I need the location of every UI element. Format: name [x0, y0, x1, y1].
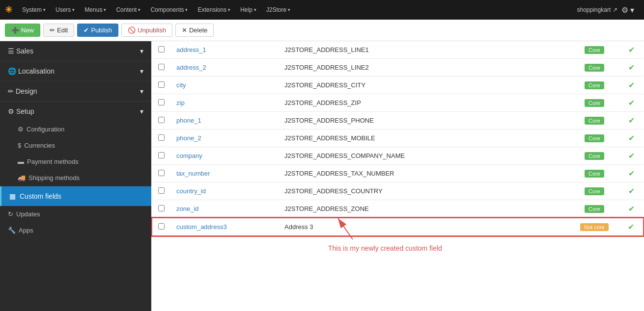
field-lang-cell: J2STORE_ADDRESS_CITY: [279, 77, 570, 94]
row-checkbox-cell[interactable]: [152, 218, 170, 236]
globe-icon: 🌐: [8, 67, 16, 75]
row-checkbox-cell[interactable]: [152, 182, 170, 200]
arrow-wrapper: This is my newly created custom field: [181, 240, 442, 252]
row-checkbox[interactable]: [158, 187, 165, 194]
row-checkbox[interactable]: [158, 64, 165, 70]
row-checkbox[interactable]: [158, 205, 165, 211]
row-checkbox[interactable]: [158, 170, 165, 176]
field-name-link[interactable]: zone_id: [176, 205, 199, 212]
field-name-link[interactable]: company: [176, 152, 202, 159]
field-name-cell: city: [170, 77, 279, 94]
sidebar-item-design[interactable]: ✏ Design ▾: [0, 81, 151, 101]
row-checkbox[interactable]: [158, 223, 165, 230]
row-checkbox-cell[interactable]: [152, 165, 170, 182]
fields-table: address_1J2STORE_ADDRESS_LINE1Core✔addre…: [151, 41, 644, 236]
chevron-down-icon: ▾: [288, 7, 290, 12]
field-name-cell: country_id: [170, 182, 279, 200]
delete-button[interactable]: ✕ Delete: [175, 24, 214, 37]
field-name-link[interactable]: country_id: [176, 187, 206, 195]
field-name-link[interactable]: city: [176, 81, 186, 89]
row-checkbox-cell[interactable]: [152, 41, 170, 59]
field-name-link[interactable]: tax_number: [176, 170, 210, 177]
new-button[interactable]: ➕ New: [5, 24, 40, 37]
row-checkbox[interactable]: [158, 117, 165, 123]
table-row: cityJ2STORE_ADDRESS_CITYCore✔: [152, 77, 644, 94]
sidebar-item-sales[interactable]: ☰ Sales ▾: [0, 41, 151, 61]
field-action-cell: ✔: [619, 200, 644, 218]
row-checkbox[interactable]: [158, 134, 165, 141]
gear-icon[interactable]: ⚙ ▾: [621, 5, 634, 15]
field-name-cell: custom_address3: [170, 218, 279, 236]
field-name-link[interactable]: phone_2: [176, 134, 201, 142]
field-type-badge: Core: [585, 46, 604, 54]
nav-users[interactable]: Users ▾: [52, 4, 79, 15]
config-icon: ⚙: [18, 126, 24, 133]
sidebar: ☰ Sales ▾ 🌐 Localisation ▾ ✏ Design ▾ ⚙ …: [0, 41, 151, 311]
nav-system[interactable]: System ▾: [18, 4, 50, 15]
row-checkbox-cell[interactable]: [152, 130, 170, 147]
row-checkbox-cell[interactable]: [152, 147, 170, 165]
field-type-cell: Core: [570, 165, 619, 182]
field-name-link[interactable]: address_2: [176, 64, 206, 71]
sidebar-item-shipping-methods[interactable]: 🚚 Shipping methods: [0, 170, 151, 186]
chevron-down-icon: ▾: [185, 7, 188, 12]
field-check-icon: ✔: [628, 99, 635, 107]
field-name-cell: tax_number: [170, 165, 279, 182]
field-action-cell: ✔: [619, 182, 644, 200]
field-lang-cell: J2STORE_ADDRESS_TAX_NUMBER: [279, 165, 570, 182]
field-name-link[interactable]: custom_address3: [176, 223, 227, 231]
field-lang-cell: J2STORE_ADDRESS_MOBILE: [279, 130, 570, 147]
row-checkbox[interactable]: [158, 152, 165, 158]
table-row: phone_2J2STORE_ADDRESS_MOBILECore✔: [152, 130, 644, 147]
sidebar-item-updates[interactable]: ↻ Updates: [0, 206, 151, 222]
field-type-badge: Core: [585, 64, 604, 72]
row-checkbox-cell[interactable]: [152, 59, 170, 77]
field-name-link[interactable]: address_1: [176, 46, 206, 53]
payment-icon: ▬: [18, 158, 24, 165]
nav-components[interactable]: Components ▾: [146, 4, 192, 15]
svg-line-1: [338, 218, 353, 239]
sidebar-section-localisation: 🌐 Localisation ▾: [0, 61, 151, 81]
sidebar-item-localisation[interactable]: 🌐 Localisation ▾: [0, 61, 151, 81]
row-checkbox-cell[interactable]: [152, 112, 170, 130]
field-name-cell: phone_2: [170, 130, 279, 147]
apps-icon: 🔧: [8, 227, 16, 234]
row-checkbox-cell[interactable]: [152, 77, 170, 94]
sidebar-item-custom-fields[interactable]: ▦ Custom fields: [0, 186, 151, 206]
field-action-cell: ✔: [619, 59, 644, 77]
field-type-badge: Not core: [580, 223, 609, 231]
field-type-badge: Core: [585, 152, 604, 160]
chevron-down-icon: ▾: [228, 7, 230, 12]
edit-button[interactable]: ✏ Edit: [43, 24, 74, 37]
nav-content[interactable]: Content ▾: [112, 4, 144, 15]
table-row: address_2J2STORE_ADDRESS_LINE2Core✔: [152, 59, 644, 77]
field-type-badge: Core: [585, 170, 604, 178]
sidebar-item-payment-methods[interactable]: ▬ Payment methods: [0, 154, 151, 170]
row-checkbox-cell[interactable]: [152, 94, 170, 112]
field-check-icon: ✔: [628, 46, 635, 54]
field-name-link[interactable]: zip: [176, 99, 185, 106]
field-check-icon: ✔: [628, 223, 634, 231]
nav-menus[interactable]: Menus ▾: [81, 4, 110, 15]
row-checkbox-cell[interactable]: [152, 200, 170, 218]
chevron-down-icon: ▾: [140, 67, 143, 75]
nav-extensions[interactable]: Extensions ▾: [194, 4, 234, 15]
publish-button[interactable]: ✔ Publish: [77, 24, 118, 37]
nav-help[interactable]: Help ▾: [236, 4, 260, 15]
user-link[interactable]: shoppingkart ↗: [577, 6, 617, 13]
ban-icon: 🚫: [128, 26, 136, 34]
sidebar-item-setup[interactable]: ⚙ Setup ▾: [0, 102, 151, 121]
field-check-icon: ✔: [628, 81, 635, 89]
sidebar-item-apps[interactable]: 🔧 Apps: [0, 222, 151, 238]
row-checkbox[interactable]: [158, 81, 165, 88]
row-checkbox[interactable]: [158, 99, 165, 105]
nav-j2store[interactable]: J2Store ▾: [262, 4, 294, 15]
row-checkbox[interactable]: [158, 46, 165, 52]
chevron-down-icon: ▾: [104, 7, 106, 12]
table-row: zone_idJ2STORE_ADDRESS_ZONECore✔: [152, 200, 644, 218]
sidebar-item-configuration[interactable]: ⚙ Configuration: [0, 121, 151, 137]
field-name-link[interactable]: phone_1: [176, 117, 201, 124]
field-type-badge: Core: [585, 134, 604, 142]
unpublish-button[interactable]: 🚫 Unpublish: [121, 24, 172, 37]
sidebar-item-currencies[interactable]: $ Currencies: [0, 137, 151, 154]
